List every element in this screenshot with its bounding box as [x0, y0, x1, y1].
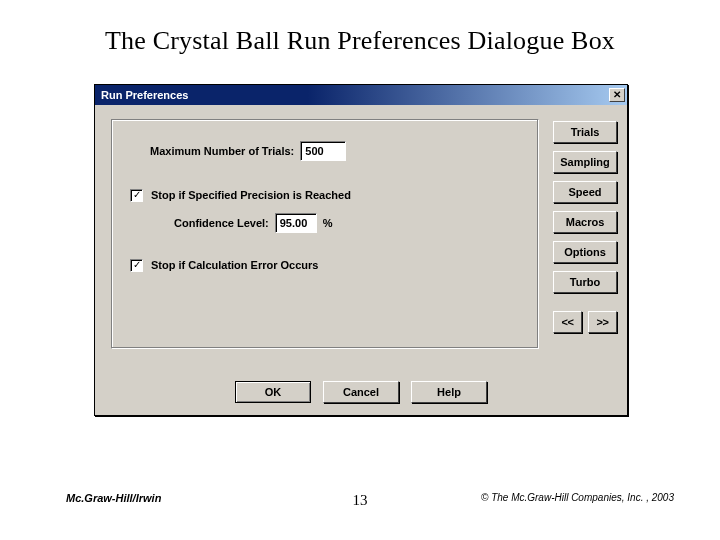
prev-button[interactable]: << — [553, 311, 582, 333]
speed-tab-button[interactable]: Speed — [553, 181, 617, 203]
titlebar: Run Preferences ✕ — [95, 85, 627, 105]
options-tab-button[interactable]: Options — [553, 241, 617, 263]
max-trials-label: Maximum Number of Trials: — [150, 145, 294, 157]
stop-precision-label: Stop if Specified Precision is Reached — [151, 189, 351, 201]
help-button[interactable]: Help — [411, 381, 487, 403]
footer-copyright: © The Mc.Graw-Hill Companies, Inc. , 200… — [481, 492, 674, 503]
trials-tab-button[interactable]: Trials — [553, 121, 617, 143]
run-preferences-dialog: Run Preferences ✕ Maximum Number of Tria… — [94, 84, 628, 416]
macros-tab-button[interactable]: Macros — [553, 211, 617, 233]
confidence-input[interactable]: 95.00 — [275, 213, 317, 233]
page-number: 13 — [353, 492, 368, 509]
percent-label: % — [323, 217, 333, 229]
trials-group: Maximum Number of Trials: 500 ✓ Stop if … — [111, 119, 539, 349]
stop-calc-error-checkbox[interactable]: ✓ — [130, 259, 143, 272]
max-trials-input[interactable]: 500 — [300, 141, 346, 161]
nav-row: << >> — [553, 311, 617, 333]
slide-footer: Mc.Graw-Hill/Irwin 13 © The Mc.Graw-Hill… — [0, 492, 720, 512]
cancel-button[interactable]: Cancel — [323, 381, 399, 403]
side-button-column: Trials Sampling Speed Macros Options Tur… — [549, 105, 627, 415]
stop-calc-error-row: ✓ Stop if Calculation Error Occurs — [130, 254, 526, 276]
stop-calc-error-label: Stop if Calculation Error Occurs — [151, 259, 318, 271]
close-button[interactable]: ✕ — [609, 88, 625, 102]
bottom-button-row: OK Cancel Help — [95, 381, 627, 403]
confidence-row: Confidence Level: 95.00 % — [174, 212, 526, 234]
dialog-title: Run Preferences — [101, 89, 609, 101]
stop-precision-checkbox[interactable]: ✓ — [130, 189, 143, 202]
next-button[interactable]: >> — [588, 311, 617, 333]
confidence-label: Confidence Level: — [174, 217, 269, 229]
footer-left: Mc.Graw-Hill/Irwin — [66, 492, 161, 504]
sampling-tab-button[interactable]: Sampling — [553, 151, 617, 173]
slide-title: The Crystal Ball Run Preferences Dialogu… — [0, 26, 720, 56]
turbo-tab-button[interactable]: Turbo — [553, 271, 617, 293]
ok-button[interactable]: OK — [235, 381, 311, 403]
max-trials-row: Maximum Number of Trials: 500 — [150, 140, 526, 162]
stop-precision-row: ✓ Stop if Specified Precision is Reached — [130, 184, 526, 206]
main-panel: Maximum Number of Trials: 500 ✓ Stop if … — [95, 105, 549, 415]
